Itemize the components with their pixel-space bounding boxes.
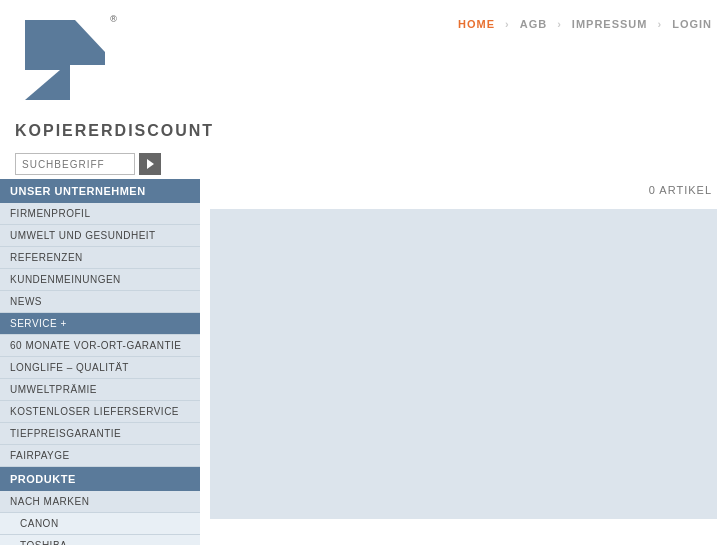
nav-login[interactable]: LOGIN bbox=[672, 18, 712, 30]
sidebar-item-news[interactable]: NEWS bbox=[0, 291, 200, 313]
sidebar-item-kundenmeinungen[interactable]: KUNDENMEINUNGEN bbox=[0, 269, 200, 291]
sidebar: UNSER UNTERNEHMEN FIRMENPROFIL UMWELT UN… bbox=[0, 179, 200, 545]
content-box bbox=[210, 209, 717, 519]
nav-impressum[interactable]: IMPRESSUM bbox=[572, 18, 648, 30]
sidebar-item-umwelt[interactable]: UMWELT UND GESUNDHEIT bbox=[0, 225, 200, 247]
search-input[interactable] bbox=[15, 153, 135, 175]
sidebar-item-service[interactable]: SERVICE + bbox=[0, 313, 200, 335]
logo-text: KOPIERERDISCOUNT bbox=[15, 122, 214, 140]
sidebar-section-unser-unternehmen[interactable]: UNSER UNTERNEHMEN bbox=[0, 179, 200, 203]
sidebar-item-firmenprofil[interactable]: FIRMENPROFIL bbox=[0, 203, 200, 225]
nav-home[interactable]: HOME bbox=[458, 18, 495, 30]
nav-sep-1: › bbox=[505, 18, 510, 30]
content-area: 0 ARTIKEL bbox=[200, 179, 727, 545]
sidebar-item-referenzen[interactable]: REFERENZEN bbox=[0, 247, 200, 269]
sidebar-item-longlife[interactable]: LONGLIFE – QUALITÄT bbox=[0, 357, 200, 379]
sidebar-item-canon[interactable]: CANON bbox=[0, 513, 200, 535]
sidebar-item-fairpayge[interactable]: FAIRPAYGE bbox=[0, 445, 200, 467]
sidebar-item-nach-marken[interactable]: NACH MARKEN bbox=[0, 491, 200, 513]
sidebar-item-toshiba[interactable]: TOSHIBA bbox=[0, 535, 200, 545]
cart-area: 0 ARTIKEL bbox=[634, 179, 727, 201]
sidebar-item-tiefpreis[interactable]: TIEFPREISGARANTIE bbox=[0, 423, 200, 445]
top-nav: HOME › AGB › IMPRESSUM › LOGIN bbox=[458, 10, 712, 30]
nav-sep-2: › bbox=[557, 18, 562, 30]
search-arrow-icon bbox=[147, 159, 154, 169]
nav-sep-3: › bbox=[657, 18, 662, 30]
registered-mark: ® bbox=[110, 14, 117, 24]
sidebar-item-garantie[interactable]: 60 MONATE VOR-ORT-GARANTIE bbox=[0, 335, 200, 357]
nav-agb[interactable]: AGB bbox=[520, 18, 547, 30]
sidebar-item-lieferservice[interactable]: KOSTENLOSER LIEFERSERVICE bbox=[0, 401, 200, 423]
sidebar-section-produkte[interactable]: PRODUKTE bbox=[0, 467, 200, 491]
search-button[interactable] bbox=[139, 153, 161, 175]
sidebar-item-umweltpraemie[interactable]: UMWELTPRÄMIE bbox=[0, 379, 200, 401]
cart-label: 0 ARTIKEL bbox=[649, 184, 712, 196]
